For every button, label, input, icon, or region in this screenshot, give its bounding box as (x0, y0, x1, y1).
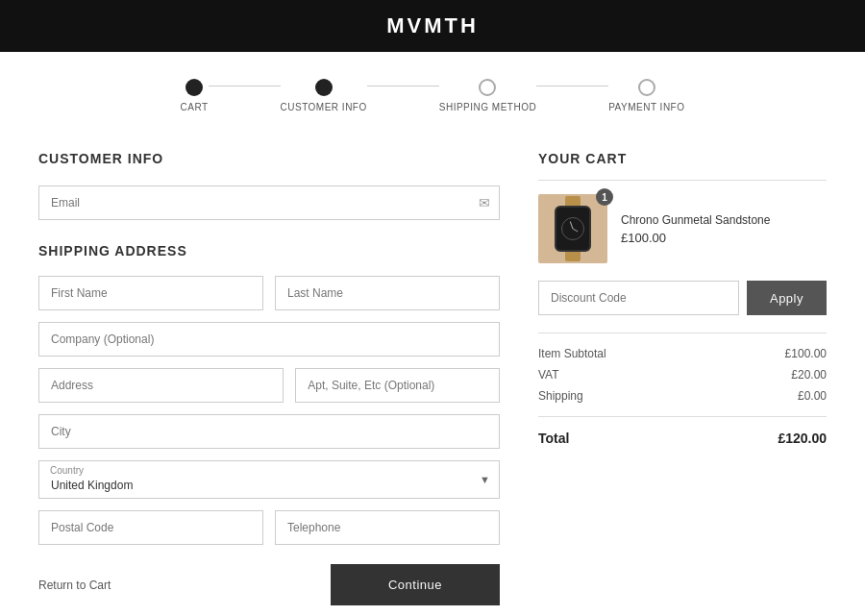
shipping-row: Shipping £0.00 (538, 389, 827, 403)
last-name-input[interactable] (275, 276, 500, 310)
logo: MVMTH (386, 13, 479, 37)
subtotal-value: £100.00 (785, 347, 827, 360)
step-shipping-method: SHIPPING METHOD (439, 79, 536, 112)
form-actions: Return to Cart Continue (38, 564, 500, 605)
watch-face (555, 206, 591, 252)
step-label-customer: CUSTOMER INFO (281, 102, 367, 112)
city-group (38, 414, 500, 449)
vat-value: £20.00 (791, 368, 827, 382)
cart-panel: YOUR CART (538, 151, 827, 605)
step-circle-payment (638, 79, 655, 96)
customer-info-title: CUSTOMER INFO (38, 151, 500, 166)
cart-title: YOUR CART (538, 151, 827, 166)
apt-group (295, 368, 500, 403)
step-circle-customer (315, 79, 333, 96)
telephone-input[interactable] (275, 510, 500, 545)
site-header: MVMTH (0, 0, 865, 52)
total-value: £120.00 (778, 431, 827, 446)
country-label: Country (50, 465, 84, 476)
cart-item-price: £100.00 (621, 231, 827, 245)
country-group: Country United Kingdom United States Ger… (38, 460, 500, 499)
watch-strap-top (565, 196, 581, 206)
last-name-group (275, 276, 500, 310)
step-payment-info: PAYMENT INFO (608, 79, 684, 112)
watch-image (538, 194, 607, 263)
discount-row: Apply (538, 281, 827, 315)
step-circle-shipping (479, 79, 496, 96)
address-row (38, 368, 500, 403)
postal-tel-row (38, 510, 500, 545)
email-group: ✉ (38, 185, 500, 220)
total-label: Total (538, 431, 569, 446)
cart-item-name: Chrono Gunmetal Sandstone (621, 213, 827, 227)
total-final-row: Total £120.00 (538, 416, 827, 446)
cart-item-details: Chrono Gunmetal Sandstone £100.00 (621, 213, 827, 245)
address-group (38, 368, 284, 403)
first-name-input[interactable] (38, 276, 263, 310)
vat-row: VAT £20.00 (538, 368, 827, 382)
checkout-stepper: CART CUSTOMER INFO SHIPPING METHOD PAYME… (0, 52, 865, 132)
step-label-shipping: SHIPPING METHOD (439, 102, 536, 112)
cart-item: 1 Chrono Gunmetal Sandstone £100.00 (538, 194, 827, 263)
name-row (38, 276, 500, 310)
totals-section: Item Subtotal £100.00 VAT £20.00 Shippin… (538, 333, 827, 446)
discount-input[interactable] (538, 281, 739, 315)
step-customer-info: CUSTOMER INFO (281, 79, 367, 112)
apply-button[interactable]: Apply (747, 281, 827, 315)
postal-input[interactable] (38, 510, 263, 545)
postal-group (38, 510, 263, 545)
email-icon: ✉ (479, 195, 490, 210)
apt-input[interactable] (295, 368, 500, 403)
cart-item-image-wrapper: 1 (538, 194, 607, 263)
step-line-2 (367, 86, 439, 86)
step-label-payment: PAYMENT INFO (608, 102, 684, 112)
telephone-group (275, 510, 500, 545)
step-line-1 (209, 86, 281, 86)
email-input[interactable] (38, 185, 500, 220)
subtotal-row: Item Subtotal £100.00 (538, 347, 827, 360)
step-line-3 (536, 86, 608, 86)
step-label-cart: CART (180, 102, 208, 112)
first-name-group (38, 276, 263, 310)
company-group (38, 322, 500, 357)
shipping-value: £0.00 (798, 389, 827, 403)
address-input[interactable] (38, 368, 284, 403)
subtotal-label: Item Subtotal (538, 347, 606, 360)
shipping-label: Shipping (538, 389, 583, 403)
country-select[interactable]: United Kingdom United States Germany Fra… (38, 460, 500, 499)
quantity-badge: 1 (596, 188, 613, 206)
return-to-cart-link[interactable]: Return to Cart (38, 579, 111, 592)
continue-button[interactable]: Continue (331, 564, 500, 605)
watch-strap-bottom (565, 252, 581, 261)
vat-label: VAT (538, 368, 559, 382)
city-input[interactable] (38, 414, 500, 449)
step-cart: CART (180, 79, 208, 112)
company-input[interactable] (38, 322, 500, 357)
shipping-address-title: SHIPPING ADDRESS (38, 243, 500, 259)
cart-top-divider (538, 180, 827, 181)
step-circle-cart (185, 79, 203, 96)
